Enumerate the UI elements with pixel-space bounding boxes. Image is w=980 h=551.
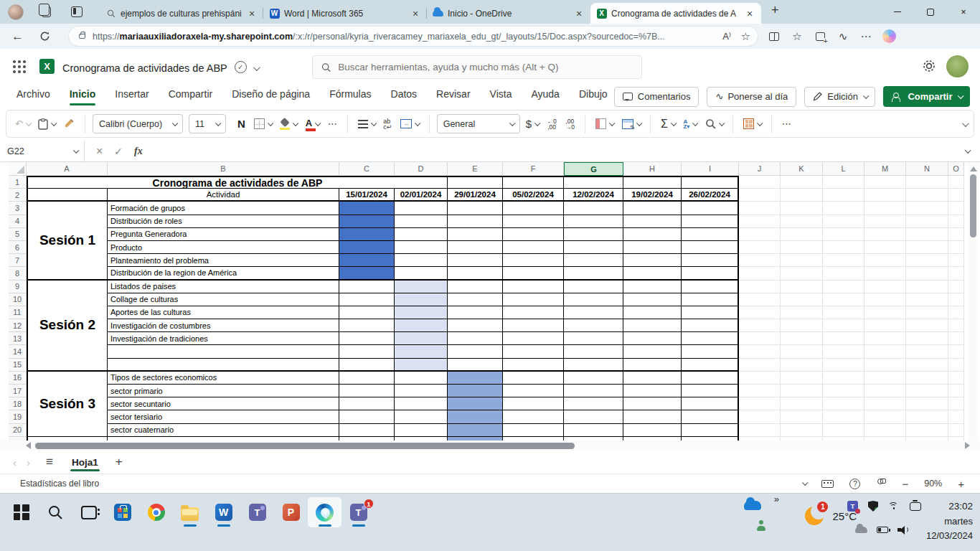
cell-D6[interactable] [395,241,448,254]
cell-C4[interactable] [339,215,395,228]
column-header-E[interactable]: E [448,162,503,176]
cell-F15[interactable] [503,359,564,372]
cell-J4[interactable] [739,215,781,228]
undo-button[interactable]: ↶ [12,116,32,132]
cell-M20[interactable] [864,424,906,437]
cell-I18[interactable] [682,397,739,410]
taskbar-search-button[interactable] [38,497,72,527]
cell-C16[interactable] [339,372,395,385]
taskbar-file-explorer-button[interactable] [173,497,207,527]
cell-L10[interactable] [823,293,864,306]
all-sheets-menu-icon[interactable]: ≡ [46,455,53,469]
cell-C8[interactable] [339,267,395,280]
column-header-A[interactable]: A [27,162,108,176]
cell-L12[interactable] [823,319,864,332]
cell-L15[interactable] [823,359,864,372]
cell-session-1[interactable]: Sesión 1 [27,202,108,280]
cell-H9[interactable] [623,281,682,293]
browser-tab[interactable]: Inicio - OneDrive× [427,3,590,24]
row-header-7[interactable]: 7 [9,254,27,267]
ribbon-tab-inicio[interactable]: Inicio [70,88,96,104]
vertical-tabs-icon[interactable] [70,5,84,19]
cell-E11[interactable] [448,306,503,319]
cell-J6[interactable] [739,241,781,254]
excel-logo-icon[interactable]: X [39,59,55,74]
cell-O9[interactable] [948,281,964,293]
find-button[interactable] [702,116,726,132]
cell-G19[interactable] [564,410,623,423]
cell-J16[interactable] [739,372,781,385]
borders-button[interactable] [251,116,275,132]
tray-overflow-chevron[interactable]: » [774,494,779,504]
column-header-G[interactable]: G [564,162,623,176]
row-header-16[interactable]: 16 [9,372,27,385]
cell-M11[interactable] [864,306,906,319]
taskbar-edge-button[interactable] [308,497,341,527]
cell-C14[interactable] [339,345,395,358]
cell-G6[interactable] [564,241,623,254]
new-tab-button[interactable]: + [771,3,779,18]
ribbon-tab-vista[interactable]: Vista [490,88,512,104]
cell-M1[interactable] [864,176,906,189]
cell-E19[interactable] [448,410,503,423]
favorite-star-icon[interactable]: ☆ [741,30,750,43]
editing-mode-button[interactable]: Edición [804,87,875,107]
cell-J20[interactable] [739,424,781,437]
cell-M6[interactable] [864,241,906,254]
cell-D3[interactable] [395,202,448,215]
scroll-up-arrow[interactable] [970,166,977,171]
cell-H19[interactable] [623,410,682,423]
cell-B3[interactable]: Formación de grupos [108,202,339,215]
cell-H20[interactable] [623,424,682,437]
user-tray-icon[interactable] [756,520,767,531]
taskbar-word-button[interactable]: W [207,497,240,527]
row-header-19[interactable]: 19 [9,410,27,423]
row-header-9[interactable]: 9 [9,281,27,293]
cell-K19[interactable] [781,410,823,423]
fill-color-button[interactable] [277,116,300,132]
cell-M10[interactable] [864,293,906,306]
volume-icon[interactable] [897,525,908,534]
cell-I6[interactable] [682,241,739,254]
cell-L7[interactable] [823,254,864,267]
taskbar-teams-work-button[interactable]: T1 [341,497,375,527]
cell-B14[interactable] [108,345,339,358]
cell-E13[interactable] [448,332,503,345]
copilot-icon[interactable] [882,29,896,43]
cell-C2[interactable]: 15/01/2024 [339,189,395,202]
cell-G8[interactable] [564,267,623,280]
vertical-scrollbar[interactable] [969,162,978,441]
cell-C7[interactable] [339,254,395,267]
cell-B10[interactable]: Collage de culturas [108,293,339,306]
next-sheet-button[interactable]: › [27,456,30,468]
font-more-button[interactable]: ⋯ [325,116,340,132]
cell-B20[interactable]: sector cuaternario [108,424,339,437]
cell-J1[interactable] [739,176,781,189]
ribbon-tab-dise-o-de-p-gina[interactable]: Diseño de página [232,88,310,104]
column-header-L[interactable]: L [823,162,864,176]
cell-O3[interactable] [948,202,964,215]
cell-I3[interactable] [682,202,739,215]
cell-K17[interactable] [781,385,823,397]
cell-F3[interactable] [503,202,564,215]
cell-B9[interactable]: Listados de paises [108,281,339,293]
cell-E8[interactable] [448,267,503,280]
cell-O12[interactable] [948,319,964,332]
cell-J7[interactable] [739,254,781,267]
cell-E2[interactable]: 29/01/2024 [448,189,503,202]
cell-J11[interactable] [739,306,781,319]
cell-E20[interactable] [448,424,503,437]
cell-E10[interactable] [448,293,503,306]
cell-D4[interactable] [395,215,448,228]
cell-D19[interactable] [395,410,448,423]
row-header-4[interactable]: 4 [9,215,27,228]
cell-H7[interactable] [623,254,682,267]
cell-H6[interactable] [623,241,682,254]
format-painter-button[interactable] [61,116,77,132]
cell-I11[interactable] [682,306,739,319]
alignment-button[interactable] [355,117,378,131]
cell-F11[interactable] [503,306,564,319]
cell-N15[interactable] [906,359,948,372]
ribbon-tab-insertar[interactable]: Insertar [115,88,149,104]
cell-M7[interactable] [864,254,906,267]
